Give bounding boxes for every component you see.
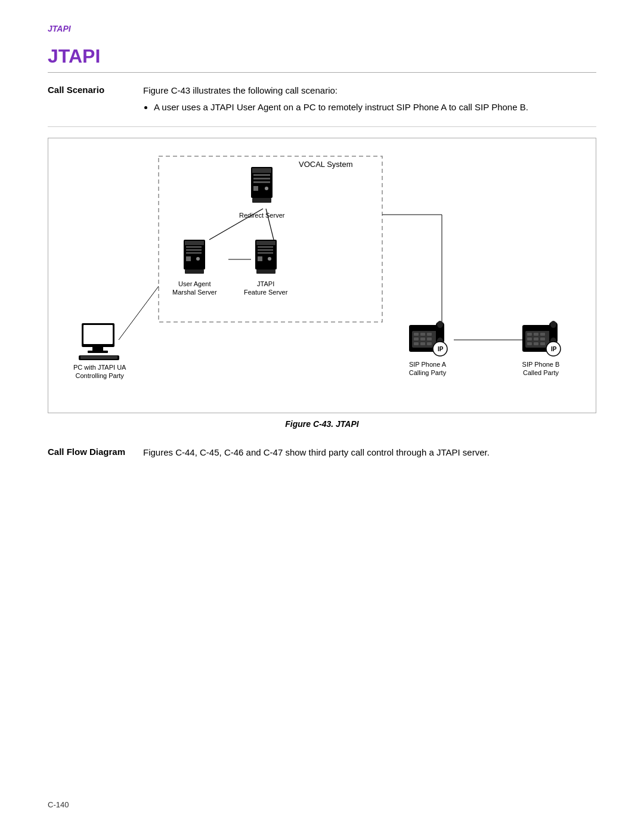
svg-rect-33	[83, 325, 113, 344]
svg-rect-19	[186, 249, 202, 251]
svg-rect-41	[420, 333, 425, 336]
svg-rect-59	[527, 337, 532, 340]
svg-point-66	[550, 321, 556, 328]
svg-rect-63	[534, 342, 538, 345]
call-scenario-bullet: A user uses a JTAPI User Agent on a PC t…	[154, 100, 596, 114]
svg-rect-57	[534, 333, 538, 336]
svg-rect-43	[414, 337, 419, 340]
pc-svg	[76, 322, 123, 361]
svg-rect-58	[540, 333, 545, 336]
svg-rect-45	[427, 337, 432, 340]
diagram-lines-svg	[54, 149, 590, 405]
svg-rect-48	[427, 342, 432, 345]
redirect-server-svg	[246, 166, 277, 209]
call-flow-label: Call Flow Diagram	[48, 445, 143, 460]
svg-point-50	[437, 321, 443, 328]
page: JTAPI JTAPI Call Scenario Figure C-43 il…	[0, 0, 644, 833]
svg-point-22	[196, 257, 200, 261]
svg-text:IP: IP	[438, 346, 444, 352]
svg-rect-28	[258, 252, 273, 254]
svg-point-30	[268, 257, 271, 261]
svg-rect-31	[256, 270, 275, 274]
svg-rect-64	[540, 342, 545, 345]
sip-phone-a-label: SIP Phone A Calling Party	[409, 360, 446, 377]
page-title: JTAPI	[48, 45, 596, 73]
sip-phone-b-svg: IP	[519, 319, 562, 358]
svg-rect-20	[186, 252, 202, 254]
breadcrumb: JTAPI	[48, 24, 596, 33]
svg-rect-25	[256, 241, 275, 245]
ua-marshal-label: User Agent Marshal Server	[172, 280, 217, 297]
sip-phone-a-svg: IP	[406, 319, 449, 358]
redirect-server-icon: Redirect Server	[239, 166, 284, 219]
svg-rect-14	[252, 198, 271, 203]
svg-rect-17	[185, 241, 204, 245]
sip-phone-b-label: SIP Phone B Called Party	[522, 360, 560, 377]
svg-rect-42	[427, 333, 432, 336]
call-scenario-intro: Figure C-43 illustrates the following ca…	[143, 85, 338, 95]
ua-marshal-svg	[180, 239, 209, 277]
diagram-inner: VOCAL System Redirect Server	[54, 149, 590, 405]
svg-rect-23	[185, 270, 204, 274]
svg-rect-9	[252, 168, 271, 173]
redirect-server-label: Redirect Server	[239, 211, 284, 219]
svg-rect-13	[253, 186, 258, 191]
svg-rect-29	[258, 256, 262, 261]
svg-rect-11	[253, 178, 270, 179]
svg-rect-47	[420, 342, 425, 345]
pc-icon: PC with JTAPI UA Controlling Party	[73, 322, 126, 380]
svg-rect-37	[80, 356, 117, 359]
svg-rect-12	[253, 181, 270, 183]
pc-label: PC with JTAPI UA Controlling Party	[73, 363, 126, 380]
sip-phone-b-icon: IP SIP Phone B Called Party	[519, 319, 562, 377]
svg-rect-44	[420, 337, 425, 340]
svg-rect-34	[92, 347, 103, 351]
diagram-container: VOCAL System Redirect Server	[48, 138, 596, 413]
svg-text:IP: IP	[551, 346, 557, 352]
jtapi-feature-label: JTAPI Feature Server	[244, 280, 287, 297]
call-scenario-label: Call Scenario	[48, 83, 143, 116]
svg-rect-56	[527, 333, 532, 336]
svg-rect-61	[540, 337, 545, 340]
svg-rect-27	[258, 249, 273, 251]
jtapi-feature-server-icon: JTAPI Feature Server	[244, 239, 287, 297]
call-scenario-body: Figure C-43 illustrates the following ca…	[143, 83, 596, 116]
svg-rect-35	[88, 351, 108, 353]
call-scenario-section: Call Scenario Figure C-43 illustrates th…	[48, 83, 596, 127]
vocal-system-label: VOCAL System	[299, 160, 353, 169]
svg-rect-21	[186, 256, 191, 261]
jtapi-feature-svg	[252, 239, 280, 277]
svg-rect-60	[534, 337, 538, 340]
sip-phone-a-icon: IP SIP Phone A Calling Party	[406, 319, 449, 377]
svg-point-15	[265, 187, 268, 190]
call-flow-body: Figures C-44, C-45, C-46 and C-47 show t…	[143, 445, 596, 460]
svg-rect-10	[253, 174, 270, 176]
svg-rect-62	[527, 342, 532, 345]
svg-rect-40	[414, 333, 419, 336]
figure-caption: Figure C-43. JTAPI	[48, 419, 596, 429]
page-footer: C-140	[48, 800, 69, 809]
call-flow-section: Call Flow Diagram Figures C-44, C-45, C-…	[48, 439, 596, 460]
svg-rect-26	[258, 246, 273, 248]
ua-marshal-server-icon: User Agent Marshal Server	[172, 239, 217, 297]
svg-rect-18	[186, 246, 202, 248]
svg-rect-46	[414, 342, 419, 345]
